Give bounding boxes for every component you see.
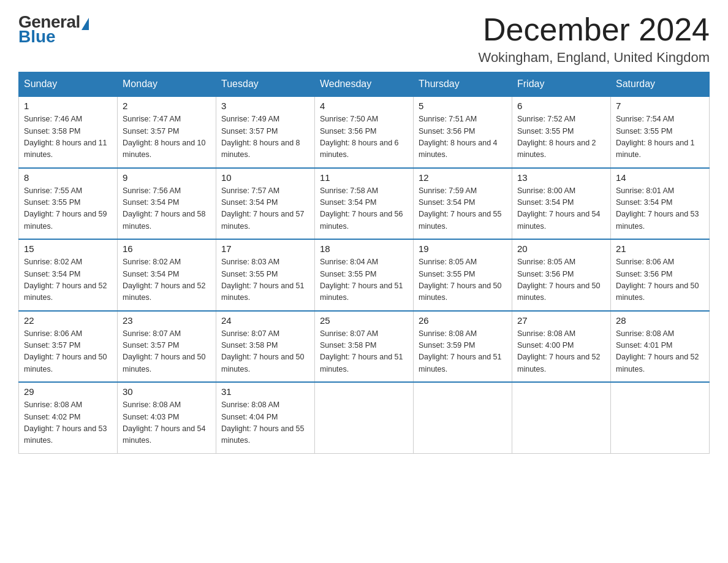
day-number: 25 xyxy=(320,315,408,326)
calendar-cell: 28 Sunrise: 8:08 AMSunset: 4:01 PMDaylig… xyxy=(611,311,710,383)
day-info: Sunrise: 7:52 AMSunset: 3:55 PMDaylight:… xyxy=(517,113,605,161)
day-info: Sunrise: 7:59 AMSunset: 3:54 PMDaylight:… xyxy=(419,185,507,233)
day-info: Sunrise: 7:51 AMSunset: 3:56 PMDaylight:… xyxy=(419,113,507,161)
week-row-2: 8 Sunrise: 7:55 AMSunset: 3:55 PMDayligh… xyxy=(19,168,710,240)
calendar-cell: 14 Sunrise: 8:01 AMSunset: 3:54 PMDaylig… xyxy=(611,168,710,240)
logo: General Blue xyxy=(18,12,89,47)
calendar-cell: 7 Sunrise: 7:54 AMSunset: 3:55 PMDayligh… xyxy=(611,96,710,168)
day-number: 28 xyxy=(616,315,704,326)
calendar-cell xyxy=(512,382,611,453)
day-info: Sunrise: 8:08 AMSunset: 4:00 PMDaylight:… xyxy=(517,328,605,376)
day-info: Sunrise: 7:57 AMSunset: 3:54 PMDaylight:… xyxy=(221,185,309,233)
calendar-cell: 20 Sunrise: 8:05 AMSunset: 3:56 PMDaylig… xyxy=(512,239,611,311)
day-number: 31 xyxy=(221,386,309,397)
weekday-header-row: Sunday Monday Tuesday Wednesday Thursday… xyxy=(19,72,710,97)
header-tuesday: Tuesday xyxy=(216,72,315,97)
day-info: Sunrise: 8:03 AMSunset: 3:55 PMDaylight:… xyxy=(221,256,309,304)
day-info: Sunrise: 8:00 AMSunset: 3:54 PMDaylight:… xyxy=(517,185,605,233)
day-number: 13 xyxy=(517,172,605,183)
calendar-cell: 13 Sunrise: 8:00 AMSunset: 3:54 PMDaylig… xyxy=(512,168,611,240)
day-info: Sunrise: 8:01 AMSunset: 3:54 PMDaylight:… xyxy=(616,185,704,233)
calendar-cell: 12 Sunrise: 7:59 AMSunset: 3:54 PMDaylig… xyxy=(414,168,512,240)
day-number: 21 xyxy=(616,243,704,254)
day-info: Sunrise: 7:55 AMSunset: 3:55 PMDaylight:… xyxy=(24,185,112,233)
calendar-cell: 17 Sunrise: 8:03 AMSunset: 3:55 PMDaylig… xyxy=(216,239,315,311)
calendar-cell: 21 Sunrise: 8:06 AMSunset: 3:56 PMDaylig… xyxy=(611,239,710,311)
day-info: Sunrise: 8:08 AMSunset: 3:59 PMDaylight:… xyxy=(419,328,507,376)
calendar-cell xyxy=(414,382,512,453)
day-number: 19 xyxy=(419,243,507,254)
day-info: Sunrise: 8:08 AMSunset: 4:03 PMDaylight:… xyxy=(123,399,211,447)
day-number: 15 xyxy=(24,243,112,254)
day-number: 7 xyxy=(616,101,704,111)
calendar-cell: 23 Sunrise: 8:07 AMSunset: 3:57 PMDaylig… xyxy=(118,311,216,383)
calendar-cell xyxy=(611,382,710,453)
day-info: Sunrise: 7:50 AMSunset: 3:56 PMDaylight:… xyxy=(320,113,408,161)
calendar-cell: 5 Sunrise: 7:51 AMSunset: 3:56 PMDayligh… xyxy=(414,96,512,168)
day-info: Sunrise: 8:08 AMSunset: 4:01 PMDaylight:… xyxy=(616,328,704,376)
day-info: Sunrise: 7:49 AMSunset: 3:57 PMDaylight:… xyxy=(221,113,309,161)
calendar-cell: 22 Sunrise: 8:06 AMSunset: 3:57 PMDaylig… xyxy=(19,311,118,383)
day-info: Sunrise: 8:07 AMSunset: 3:57 PMDaylight:… xyxy=(123,328,211,376)
calendar-cell: 2 Sunrise: 7:47 AMSunset: 3:57 PMDayligh… xyxy=(118,96,216,168)
day-info: Sunrise: 8:08 AMSunset: 4:04 PMDaylight:… xyxy=(221,399,309,447)
day-number: 22 xyxy=(24,315,112,326)
calendar-cell: 27 Sunrise: 8:08 AMSunset: 4:00 PMDaylig… xyxy=(512,311,611,383)
day-number: 27 xyxy=(517,315,605,326)
day-info: Sunrise: 8:07 AMSunset: 3:58 PMDaylight:… xyxy=(221,328,309,376)
day-number: 24 xyxy=(221,315,309,326)
day-number: 9 xyxy=(123,172,211,183)
calendar-cell: 31 Sunrise: 8:08 AMSunset: 4:04 PMDaylig… xyxy=(216,382,315,453)
day-info: Sunrise: 8:06 AMSunset: 3:57 PMDaylight:… xyxy=(24,328,112,376)
calendar-cell: 19 Sunrise: 8:05 AMSunset: 3:55 PMDaylig… xyxy=(414,239,512,311)
header-sunday: Sunday xyxy=(19,72,118,97)
day-info: Sunrise: 8:05 AMSunset: 3:55 PMDaylight:… xyxy=(419,256,507,304)
day-number: 8 xyxy=(24,172,112,183)
day-info: Sunrise: 7:47 AMSunset: 3:57 PMDaylight:… xyxy=(123,113,211,161)
day-number: 30 xyxy=(123,386,211,397)
logo-triangle-icon xyxy=(82,18,89,30)
calendar-cell: 4 Sunrise: 7:50 AMSunset: 3:56 PMDayligh… xyxy=(315,96,414,168)
day-info: Sunrise: 8:02 AMSunset: 3:54 PMDaylight:… xyxy=(123,256,211,304)
month-title: December 2024 xyxy=(479,12,710,47)
calendar-cell: 3 Sunrise: 7:49 AMSunset: 3:57 PMDayligh… xyxy=(216,96,315,168)
calendar-cell: 24 Sunrise: 8:07 AMSunset: 3:58 PMDaylig… xyxy=(216,311,315,383)
calendar-table: Sunday Monday Tuesday Wednesday Thursday… xyxy=(18,72,710,454)
header-saturday: Saturday xyxy=(611,72,710,97)
calendar-cell: 11 Sunrise: 7:58 AMSunset: 3:54 PMDaylig… xyxy=(315,168,414,240)
day-info: Sunrise: 7:56 AMSunset: 3:54 PMDaylight:… xyxy=(123,185,211,233)
week-row-3: 15 Sunrise: 8:02 AMSunset: 3:54 PMDaylig… xyxy=(19,239,710,311)
day-number: 16 xyxy=(123,243,211,254)
calendar-cell: 30 Sunrise: 8:08 AMSunset: 4:03 PMDaylig… xyxy=(118,382,216,453)
day-number: 2 xyxy=(123,101,211,111)
day-number: 3 xyxy=(221,101,309,111)
day-info: Sunrise: 7:58 AMSunset: 3:54 PMDaylight:… xyxy=(320,185,408,233)
day-number: 26 xyxy=(419,315,507,326)
header-wednesday: Wednesday xyxy=(315,72,414,97)
week-row-5: 29 Sunrise: 8:08 AMSunset: 4:02 PMDaylig… xyxy=(19,382,710,453)
day-number: 11 xyxy=(320,172,408,183)
calendar-cell: 29 Sunrise: 8:08 AMSunset: 4:02 PMDaylig… xyxy=(19,382,118,453)
day-info: Sunrise: 7:46 AMSunset: 3:58 PMDaylight:… xyxy=(24,113,112,161)
day-info: Sunrise: 8:02 AMSunset: 3:54 PMDaylight:… xyxy=(24,256,112,304)
calendar-cell: 9 Sunrise: 7:56 AMSunset: 3:54 PMDayligh… xyxy=(118,168,216,240)
day-number: 18 xyxy=(320,243,408,254)
header-friday: Friday xyxy=(512,72,611,97)
calendar-cell: 16 Sunrise: 8:02 AMSunset: 3:54 PMDaylig… xyxy=(118,239,216,311)
day-number: 5 xyxy=(419,101,507,111)
day-number: 29 xyxy=(24,386,112,397)
header-thursday: Thursday xyxy=(414,72,512,97)
header-monday: Monday xyxy=(118,72,216,97)
location-title: Wokingham, England, United Kingdom xyxy=(479,50,710,66)
calendar-cell: 18 Sunrise: 8:04 AMSunset: 3:55 PMDaylig… xyxy=(315,239,414,311)
calendar-cell: 1 Sunrise: 7:46 AMSunset: 3:58 PMDayligh… xyxy=(19,96,118,168)
day-number: 10 xyxy=(221,172,309,183)
day-number: 14 xyxy=(616,172,704,183)
calendar-cell: 8 Sunrise: 7:55 AMSunset: 3:55 PMDayligh… xyxy=(19,168,118,240)
day-number: 4 xyxy=(320,101,408,111)
day-number: 6 xyxy=(517,101,605,111)
day-number: 17 xyxy=(221,243,309,254)
week-row-4: 22 Sunrise: 8:06 AMSunset: 3:57 PMDaylig… xyxy=(19,311,710,383)
calendar-cell: 25 Sunrise: 8:07 AMSunset: 3:58 PMDaylig… xyxy=(315,311,414,383)
day-info: Sunrise: 8:06 AMSunset: 3:56 PMDaylight:… xyxy=(616,256,704,304)
